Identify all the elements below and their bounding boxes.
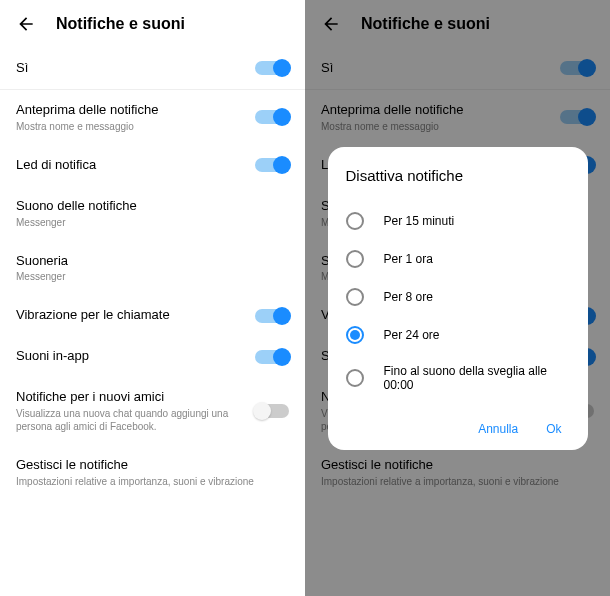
toggle-master[interactable] (255, 61, 289, 75)
option-8hr[interactable]: Per 8 ore (346, 278, 570, 316)
row-preview[interactable]: Anteprima delle notifiche Mostra nome e … (0, 90, 305, 145)
option-alarm[interactable]: Fino al suono della sveglia alle 00:00 (346, 354, 570, 402)
row-led[interactable]: Led di notifica (0, 145, 305, 186)
page-title: Notifiche e suoni (56, 15, 185, 33)
mute-dialog: Disattiva notifiche Per 15 minuti Per 1 … (328, 147, 588, 450)
dialog-title: Disattiva notifiche (346, 167, 570, 184)
option-label: Per 1 ora (384, 252, 433, 266)
option-15min[interactable]: Per 15 minuti (346, 202, 570, 240)
toggle-led[interactable] (255, 158, 289, 172)
row-newfriends[interactable]: Notifiche per i nuovi amici Visualizza u… (0, 377, 305, 445)
toggle-inapp[interactable] (255, 350, 289, 364)
radio-icon[interactable] (346, 288, 364, 306)
row-title: Suoni in-app (16, 348, 255, 365)
row-title: Anteprima delle notifiche (16, 102, 255, 119)
row-title: Vibrazione per le chiamate (16, 307, 255, 324)
row-sub: Messenger (16, 270, 289, 283)
radio-icon[interactable] (346, 369, 364, 387)
radio-icon[interactable] (346, 326, 364, 344)
option-label: Fino al suono della sveglia alle 00:00 (384, 364, 570, 392)
option-24hr[interactable]: Per 24 ore (346, 316, 570, 354)
option-label: Per 8 ore (384, 290, 433, 304)
option-1hr[interactable]: Per 1 ora (346, 240, 570, 278)
row-title: Sì (16, 60, 255, 77)
row-title: Suoneria (16, 253, 289, 270)
settings-pane-right: Notifiche e suoni Sì Anteprima delle not… (305, 0, 610, 596)
row-sub: Messenger (16, 216, 289, 229)
back-icon[interactable] (16, 14, 36, 34)
toggle-newfriends[interactable] (255, 404, 289, 418)
radio-icon[interactable] (346, 212, 364, 230)
option-label: Per 15 minuti (384, 214, 455, 228)
settings-pane-left: Notifiche e suoni Sì Anteprima delle not… (0, 0, 305, 596)
toggle-vibrate[interactable] (255, 309, 289, 323)
row-vibrate[interactable]: Vibrazione per le chiamate (0, 295, 305, 336)
row-title: Suono delle notifiche (16, 198, 289, 215)
toggle-preview[interactable] (255, 110, 289, 124)
radio-icon[interactable] (346, 250, 364, 268)
dialog-actions: Annulla Ok (346, 422, 570, 436)
row-sub: Impostazioni relative a importanza, suon… (16, 475, 289, 488)
row-sub: Visualizza una nuova chat quando aggiung… (16, 407, 255, 433)
row-master[interactable]: Sì (0, 48, 305, 89)
row-manage[interactable]: Gestisci le notifiche Impostazioni relat… (0, 445, 305, 500)
row-ringtone[interactable]: Suoneria Messenger (0, 241, 305, 296)
row-title: Gestisci le notifiche (16, 457, 289, 474)
row-inapp[interactable]: Suoni in-app (0, 336, 305, 377)
row-title: Led di notifica (16, 157, 255, 174)
header: Notifiche e suoni (0, 0, 305, 48)
row-sub: Mostra nome e messaggio (16, 120, 255, 133)
modal-overlay[interactable]: Disattiva notifiche Per 15 minuti Per 1 … (305, 0, 610, 596)
option-label: Per 24 ore (384, 328, 440, 342)
row-title: Notifiche per i nuovi amici (16, 389, 255, 406)
cancel-button[interactable]: Annulla (478, 422, 518, 436)
ok-button[interactable]: Ok (546, 422, 561, 436)
row-sound[interactable]: Suono delle notifiche Messenger (0, 186, 305, 241)
